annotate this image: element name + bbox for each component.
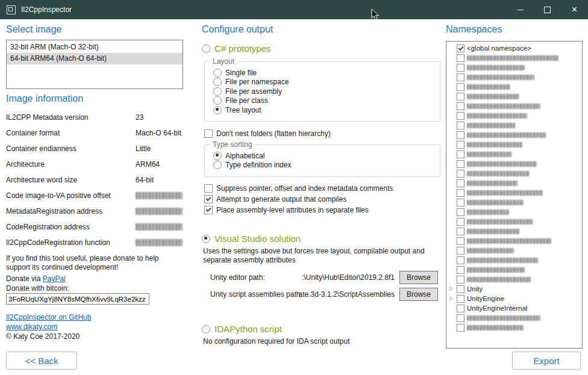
namespace-row <box>448 274 582 284</box>
minimize-button[interactable] <box>507 0 534 19</box>
layout-option-radio[interactable] <box>213 87 222 96</box>
namespace-checkbox[interactable] <box>457 305 464 312</box>
namespace-checkbox[interactable] <box>457 266 464 274</box>
path-field-row: Unity script assemblies path:ate.3d-3.1.… <box>202 288 443 301</box>
layout-options: Single fileFile per namespaceFile per as… <box>213 68 436 115</box>
sorting-option-radio[interactable] <box>213 152 222 160</box>
browse-button[interactable]: Browse <box>399 271 438 284</box>
output-checkbox[interactable] <box>204 206 213 214</box>
redacted-namespace <box>467 65 525 70</box>
redacted-value <box>136 208 183 215</box>
namespaces-tree[interactable]: <global namespace>▷Unity▷UnityEngineUnit… <box>446 41 583 349</box>
browse-button[interactable]: Browse <box>399 288 438 301</box>
namespace-checkbox[interactable] <box>457 199 464 206</box>
namespace-checkbox[interactable] <box>457 64 464 72</box>
namespace-checkbox[interactable] <box>457 112 464 120</box>
namespace-checkbox[interactable] <box>457 237 464 245</box>
path-label: Unity editor path: <box>210 273 265 282</box>
output-checkbox[interactable] <box>204 195 213 203</box>
sorting-option-radio[interactable] <box>213 161 222 169</box>
website-link[interactable]: www.djkaty.com <box>6 323 57 331</box>
namespace-checkbox[interactable] <box>457 131 464 139</box>
unity-path-fields: Unity editor path::\Unity\Hub\Editor\201… <box>202 271 443 305</box>
namespace-checkbox[interactable] <box>457 276 464 284</box>
redacted-namespace <box>467 84 510 90</box>
expander-icon[interactable]: ▷ <box>448 284 454 294</box>
maximize-button[interactable] <box>534 0 561 19</box>
flatten-option-row: Don't nest folders (flatten hierarchy) <box>204 129 331 138</box>
redacted-namespace <box>467 161 537 167</box>
output-checkbox[interactable] <box>204 184 213 193</box>
export-button[interactable]: Export <box>512 352 581 370</box>
namespace-checkbox[interactable] <box>457 73 464 81</box>
paypal-link[interactable]: PayPal <box>43 274 66 283</box>
info-label: Container format <box>6 129 60 137</box>
namespace-checkbox[interactable] <box>457 218 464 226</box>
sorting-option-label: Type definition index <box>225 161 291 169</box>
namespace-checkbox[interactable] <box>457 228 464 235</box>
bitcoin-address-input[interactable] <box>6 293 149 305</box>
namespace-checkbox[interactable] <box>457 314 464 322</box>
back-button[interactable]: << Back <box>6 352 77 370</box>
namespace-checkbox[interactable] <box>457 93 464 101</box>
namespace-checkbox[interactable] <box>457 83 464 91</box>
redacted-namespace <box>467 267 525 273</box>
info-label: Code image-to-VA positive offset <box>6 191 111 200</box>
info-value: Mach-O 64-bit <box>136 129 181 137</box>
info-label: Il2CppCodeRegistration function <box>6 238 110 247</box>
namespace-row <box>448 111 582 120</box>
github-link[interactable]: Il2CppInspector on GitHub <box>6 313 91 321</box>
namespace-row: <global namespace> <box>448 43 582 53</box>
flatten-checkbox[interactable] <box>204 129 213 138</box>
namespace-row <box>448 323 582 332</box>
namespace-checkbox[interactable] <box>457 45 464 52</box>
configure-output-heading: Configure output <box>202 24 273 35</box>
redacted-namespace <box>467 219 533 225</box>
idapython-radio[interactable] <box>202 325 210 333</box>
window-title: Il2CppInspector <box>21 0 72 19</box>
namespace-row <box>448 197 582 207</box>
namespace-checkbox[interactable] <box>457 256 464 264</box>
namespace-row: ▷Unity <box>448 284 582 294</box>
expander-icon[interactable]: ▷ <box>448 294 454 303</box>
redacted-namespace <box>467 209 509 215</box>
type-sorting-groupbox: Type sorting AlphabeticalType definition… <box>204 144 440 177</box>
image-listbox[interactable]: 32-bit ARM (Mach-O 32-bit)64-bit ARM64 (… <box>6 40 183 89</box>
layout-option-radio[interactable] <box>213 78 222 86</box>
namespace-checkbox[interactable] <box>457 247 464 255</box>
namespace-checkbox[interactable] <box>457 295 464 303</box>
visual-studio-radio[interactable] <box>202 235 210 243</box>
namespace-row <box>448 91 582 101</box>
image-info-row: Container endiannessLittle <box>6 142 184 158</box>
namespace-checkbox[interactable] <box>457 54 464 62</box>
csharp-prototypes-radio[interactable] <box>202 45 210 53</box>
layout-option-radio[interactable] <box>213 96 222 105</box>
path-value: :\Unity\Hub\Editor\2019.2.8f1 <box>302 273 395 282</box>
namespace-checkbox[interactable] <box>457 122 464 129</box>
image-info-row: Architecture word size64-bit <box>6 173 184 189</box>
namespaces-heading: Namespaces <box>446 24 502 35</box>
namespace-checkbox[interactable] <box>457 208 464 216</box>
layout-option-radio[interactable] <box>213 69 222 77</box>
redacted-namespace <box>467 190 543 196</box>
image-list-item[interactable]: 64-bit ARM64 (Mach-O 64-bit) <box>7 53 183 64</box>
redacted-namespace <box>467 132 546 138</box>
namespace-checkbox[interactable] <box>457 285 464 293</box>
image-info-row: Il2CppCodeRegistration function <box>6 236 184 252</box>
csharp-prototypes-option: C# prototypes <box>202 43 271 54</box>
layout-option-row: File per assembly <box>213 87 436 96</box>
namespace-checkbox[interactable] <box>457 170 464 178</box>
namespace-row <box>448 140 582 149</box>
close-button[interactable]: × <box>561 0 588 19</box>
flatten-label: Don't nest folders (flatten hierarchy) <box>216 129 331 138</box>
namespace-checkbox[interactable] <box>457 179 464 187</box>
namespace-checkbox[interactable] <box>457 102 464 110</box>
namespace-checkbox[interactable] <box>457 324 464 332</box>
image-list-item[interactable]: 32-bit ARM (Mach-O 32-bit) <box>7 42 183 53</box>
namespace-checkbox[interactable] <box>457 150 464 158</box>
namespace-checkbox[interactable] <box>457 160 464 168</box>
namespace-checkbox[interactable] <box>457 141 464 149</box>
namespace-checkbox[interactable] <box>457 189 464 197</box>
layout-option-radio[interactable] <box>213 106 222 114</box>
namespace-row <box>448 255 582 265</box>
